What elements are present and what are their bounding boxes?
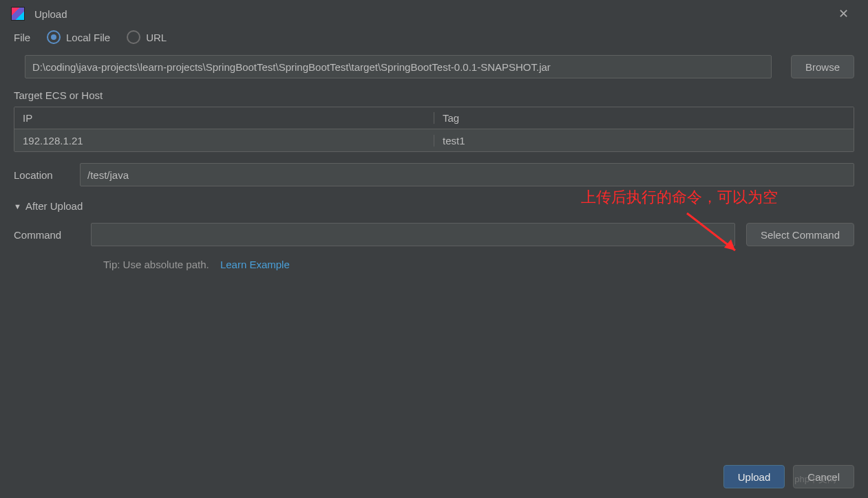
chevron-down-icon: ▼ bbox=[14, 202, 21, 210]
tip-text: Tip: Use absolute path. bbox=[103, 259, 209, 270]
tip-row: Tip: Use absolute path. Learn Example bbox=[14, 259, 854, 270]
location-row: Location bbox=[14, 163, 854, 186]
radio-url-label: URL bbox=[146, 32, 167, 43]
location-label: Location bbox=[14, 169, 69, 181]
command-label: Command bbox=[14, 229, 80, 241]
select-command-button[interactable]: Select Command bbox=[746, 223, 854, 246]
radio-url[interactable] bbox=[127, 30, 140, 44]
footer-buttons: Upload Cancel bbox=[723, 465, 854, 488]
file-source-row: File Local File URL bbox=[14, 30, 854, 44]
upload-button[interactable]: Upload bbox=[723, 465, 785, 488]
radio-local-file-label: Local File bbox=[66, 32, 110, 43]
learn-example-link[interactable]: Learn Example bbox=[220, 259, 290, 270]
col-tag: Tag bbox=[434, 112, 854, 124]
cancel-button[interactable]: Cancel bbox=[793, 465, 854, 488]
file-label: File bbox=[14, 32, 37, 43]
command-row: Command Select Command bbox=[14, 223, 854, 246]
table-row[interactable]: 192.128.1.21 test1 bbox=[14, 129, 854, 151]
annotation-text: 上传后执行的命令，可以为空 bbox=[581, 187, 778, 208]
window-title: Upload bbox=[34, 8, 67, 20]
table-header: IP Tag bbox=[14, 107, 854, 129]
target-section-label: Target ECS or Host bbox=[14, 89, 854, 101]
app-icon bbox=[11, 7, 25, 21]
target-table: IP Tag 192.128.1.21 test1 bbox=[14, 107, 854, 152]
after-upload-label: After Upload bbox=[25, 200, 83, 212]
file-path-input[interactable] bbox=[25, 55, 772, 78]
close-icon[interactable]: ✕ bbox=[829, 6, 857, 21]
cell-ip: 192.128.1.21 bbox=[14, 135, 434, 147]
browse-button[interactable]: Browse bbox=[791, 55, 854, 78]
location-input[interactable] bbox=[80, 163, 854, 186]
cell-tag: test1 bbox=[434, 135, 854, 147]
col-ip: IP bbox=[14, 112, 434, 124]
radio-local-file[interactable] bbox=[47, 30, 61, 44]
command-input[interactable] bbox=[91, 223, 735, 246]
dialog-content: File Local File URL Browse Target ECS or… bbox=[0, 28, 868, 270]
titlebar: Upload ✕ bbox=[0, 0, 868, 28]
file-path-row: Browse bbox=[25, 55, 854, 78]
